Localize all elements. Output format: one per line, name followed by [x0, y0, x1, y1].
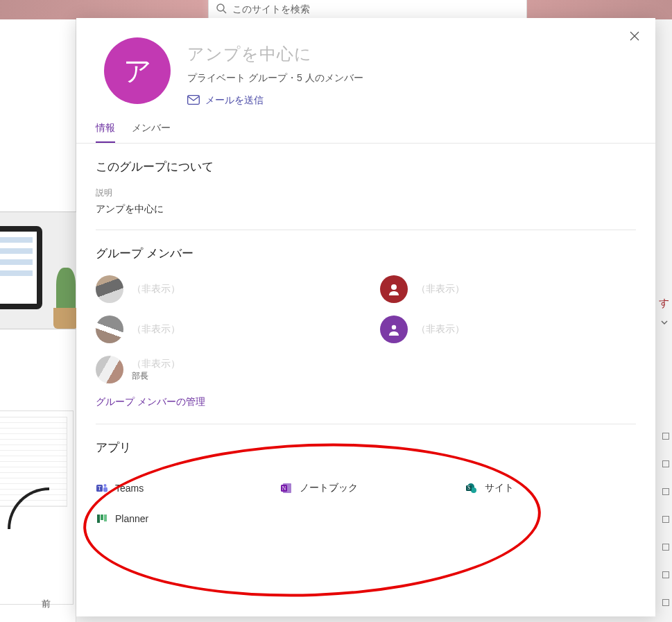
- group-subtitle: プライベート グループ・5 人のメンバー: [187, 72, 363, 85]
- search-icon: [216, 3, 227, 16]
- description-label: 説明: [96, 187, 636, 199]
- sharepoint-icon: S: [465, 482, 478, 494]
- description-value: アンプを中心に: [96, 203, 636, 216]
- member-item[interactable]: （非表示）: [380, 275, 637, 303]
- member-name: （非表示）: [416, 283, 465, 295]
- site-search[interactable]: このサイトを検索: [208, 0, 527, 19]
- onenote-icon: N: [280, 482, 293, 494]
- members-heading: グループ メンバー: [96, 245, 636, 261]
- bg-illustration: [0, 211, 83, 329]
- app-label: Teams: [115, 483, 144, 494]
- group-avatar-letter: ア: [123, 52, 152, 90]
- app-teams[interactable]: T Teams: [96, 482, 266, 494]
- member-role: 部長: [132, 370, 180, 382]
- member-name: （非表示）: [132, 358, 180, 370]
- group-title: アンプを中心に: [187, 43, 363, 65]
- svg-rect-19: [101, 515, 103, 520]
- app-notebook[interactable]: N ノートブック: [280, 482, 451, 494]
- app-site[interactable]: S サイト: [465, 482, 636, 494]
- app-planner[interactable]: Planner: [96, 512, 266, 525]
- about-heading: このグループについて: [96, 159, 636, 175]
- bg-right-column-header: 日時: [654, 374, 672, 417]
- members-section: グループ メンバー （非表示） （非表示） （非表示） （非表示）: [76, 230, 655, 408]
- bg-right-column: 日時: [654, 374, 669, 622]
- bg-right-link-fragment: す: [659, 297, 669, 310]
- mail-icon: [187, 95, 200, 107]
- svg-line-1: [223, 10, 226, 13]
- avatar: [96, 275, 123, 303]
- member-name: （非表示）: [416, 323, 465, 336]
- svg-text:N: N: [282, 485, 286, 492]
- group-info-panel: ア アンプを中心に プライベート グループ・5 人のメンバー メールを送信 情報…: [76, 18, 655, 616]
- svg-point-15: [471, 487, 476, 493]
- avatar: [96, 356, 123, 383]
- close-button[interactable]: [625, 26, 644, 46]
- send-mail-link[interactable]: メールを送信: [187, 94, 363, 107]
- member-item[interactable]: （非表示） 部長: [96, 356, 352, 383]
- svg-point-5: [391, 284, 397, 290]
- member-name: （非表示）: [132, 283, 180, 295]
- svg-text:S: S: [467, 485, 470, 491]
- member-item[interactable]: （非表示）: [380, 316, 637, 343]
- svg-point-0: [217, 4, 224, 11]
- bg-document-thumbnail: [0, 411, 74, 605]
- svg-rect-10: [103, 487, 107, 492]
- tab-info[interactable]: 情報: [96, 122, 115, 143]
- planner-icon: [96, 512, 108, 525]
- svg-rect-20: [104, 515, 107, 521]
- svg-rect-18: [97, 515, 100, 523]
- svg-rect-4: [188, 95, 200, 104]
- tab-members[interactable]: メンバー: [132, 122, 171, 143]
- app-label: ノートブック: [300, 482, 358, 494]
- apps-section: アプリ T Teams N ノートブック S サイト: [76, 424, 655, 553]
- bg-bottom-fragment: 前: [42, 598, 51, 610]
- teams-icon: T: [96, 482, 108, 494]
- app-label: Planner: [115, 513, 148, 524]
- avatar: [380, 275, 408, 303]
- manage-members-link[interactable]: グループ メンバーの管理: [96, 396, 636, 408]
- send-mail-label: メールを送信: [205, 94, 264, 107]
- avatar: [380, 316, 408, 343]
- app-label: サイト: [485, 482, 514, 494]
- svg-point-9: [104, 484, 107, 487]
- member-item[interactable]: （非表示）: [96, 316, 352, 343]
- member-item[interactable]: （非表示）: [96, 275, 352, 303]
- member-name: （非表示）: [132, 323, 180, 336]
- svg-text:T: T: [98, 485, 101, 492]
- panel-tabs: 情報 メンバー: [76, 107, 655, 144]
- apps-heading: アプリ: [96, 440, 636, 456]
- about-section: このグループについて 説明 アンプを中心に: [76, 144, 655, 216]
- group-avatar: ア: [104, 37, 171, 104]
- avatar: [96, 316, 123, 343]
- search-placeholder: このサイトを検索: [232, 3, 310, 16]
- chevron-down-icon: [660, 318, 669, 330]
- svg-point-6: [391, 325, 395, 329]
